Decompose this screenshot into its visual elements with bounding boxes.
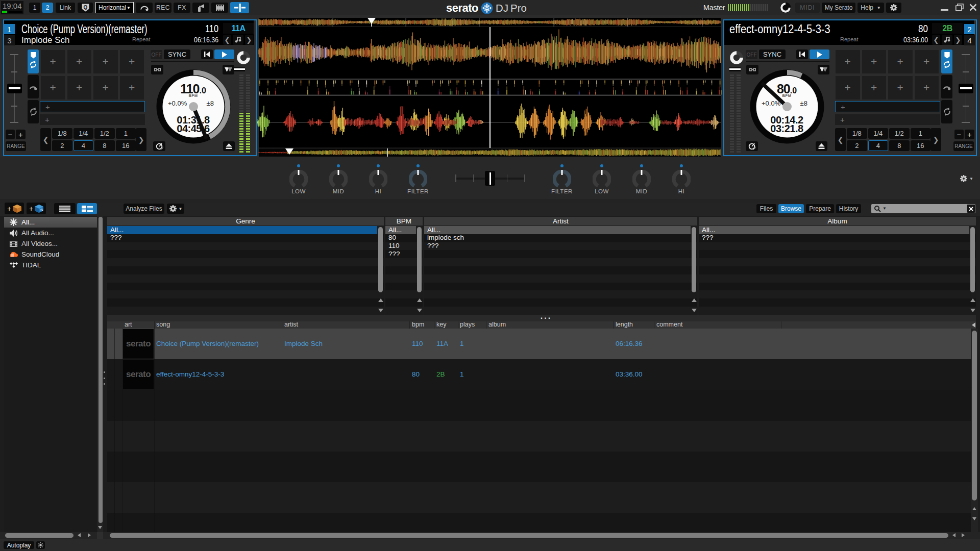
svg-text:s: s (40, 207, 43, 212)
svg-text:Q: Q (83, 5, 87, 10)
